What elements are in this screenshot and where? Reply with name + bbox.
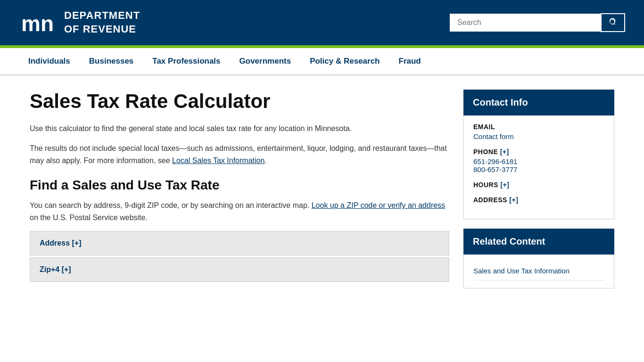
address-label: ADDRESS [+] (473, 196, 604, 204)
zip-code-lookup-link[interactable]: Look up a ZIP code or verify an address (312, 201, 445, 209)
phone-1-link[interactable]: 651-296-6181 (473, 157, 604, 165)
contact-email-row: EMAIL Contact form (473, 123, 604, 140)
nav-item-tax-professionals[interactable]: Tax Professionals (143, 48, 230, 74)
search-input[interactable] (450, 14, 601, 32)
section-paragraph: You can search by address, 9-digit ZIP c… (30, 199, 449, 223)
hours-expand[interactable]: [+] (500, 181, 509, 189)
phone-expand[interactable]: [+] (500, 148, 509, 156)
content-area: Sales Tax Rate Calculator Use this calcu… (30, 90, 449, 298)
intro-paragraph-2: The results do not include special local… (30, 142, 449, 166)
site-header: mn DEPARTMENT OF REVENUE (0, 0, 644, 45)
section-heading: Find a Sales and Use Tax Rate (30, 178, 449, 193)
related-item-0-link[interactable]: Sales and Use Tax Information (473, 267, 570, 275)
address-expand[interactable]: [+] (509, 196, 518, 204)
search-button[interactable] (601, 13, 625, 32)
accordion-address-label[interactable]: Address [+] (40, 239, 81, 247)
main-nav: Individuals Businesses Tax Professionals… (0, 48, 644, 75)
related-content-section: Related Content Sales and Use Tax Inform… (463, 229, 614, 288)
contact-info-section: Contact Info EMAIL Contact form PHONE [+… (463, 90, 614, 219)
email-label: EMAIL (473, 123, 604, 131)
nav-item-governments[interactable]: Governments (230, 48, 301, 74)
nav-item-fraud[interactable]: Fraud (389, 48, 430, 74)
contact-phone-row: PHONE [+] 651-296-6181 800-657-3777 (473, 148, 604, 173)
search-area (450, 13, 625, 32)
related-content-body: Sales and Use Tax Information (463, 255, 614, 288)
local-sales-tax-link[interactable]: Local Sales Tax Information (172, 156, 264, 165)
search-icon (608, 18, 618, 27)
logo-text: DEPARTMENT OF REVENUE (64, 9, 140, 36)
mn-logo-icon: mn (19, 8, 57, 37)
page-title: Sales Tax Rate Calculator (30, 90, 449, 113)
related-content-header: Related Content (463, 229, 614, 255)
nav-item-individuals[interactable]: Individuals (19, 48, 80, 74)
phone-label: PHONE [+] (473, 148, 604, 156)
accordion-zip4[interactable]: Zip+4 [+] (30, 257, 449, 282)
contact-hours-row: HOURS [+] (473, 181, 604, 189)
phone-2-link[interactable]: 800-657-3777 (473, 165, 604, 173)
nav-item-policy-research[interactable]: Policy & Research (300, 48, 389, 74)
accordion-address[interactable]: Address [+] (30, 231, 449, 255)
nav-item-businesses[interactable]: Businesses (80, 48, 143, 74)
contact-form-link[interactable]: Contact form (473, 132, 604, 140)
logo-area: mn DEPARTMENT OF REVENUE (19, 8, 140, 37)
hours-label: HOURS [+] (473, 181, 604, 189)
intro-paragraph-1: Use this calculator to find the general … (30, 123, 449, 135)
contact-info-header: Contact Info (463, 90, 614, 115)
sidebar: Contact Info EMAIL Contact form PHONE [+… (463, 90, 614, 298)
contact-info-body: EMAIL Contact form PHONE [+] 651-296-618… (463, 115, 614, 219)
related-item-0: Sales and Use Tax Information (473, 262, 604, 280)
contact-address-row: ADDRESS [+] (473, 196, 604, 204)
main-container: Sales Tax Rate Calculator Use this calcu… (11, 75, 633, 312)
accordion-zip4-label[interactable]: Zip+4 [+] (40, 265, 71, 273)
svg-text:mn: mn (21, 11, 54, 36)
